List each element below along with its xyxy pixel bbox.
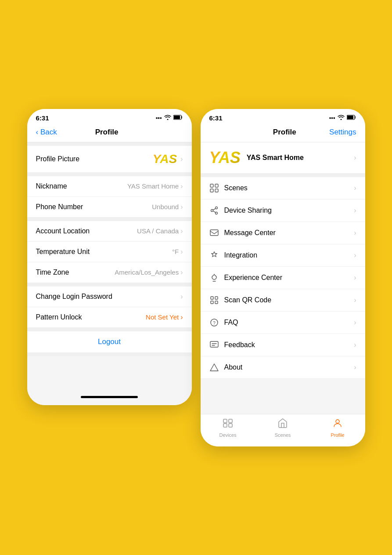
device-sharing-left: Device Sharing — [209, 206, 272, 215]
message-center-row[interactable]: Message Center › — [201, 222, 365, 244]
profile-picture-row[interactable]: Profile Picture YAS › — [27, 146, 192, 173]
message-center-icon — [209, 228, 219, 238]
scenes-row-left: Scenes — [209, 183, 248, 193]
nickname-row[interactable]: Nickname YAS Smart Home › — [27, 176, 192, 197]
svg-rect-22 — [229, 424, 232, 427]
feedback-icon — [209, 340, 219, 350]
section-divider-3 — [27, 283, 192, 287]
temp-unit-label: Temperature Unit — [36, 248, 90, 256]
pattern-unlock-row[interactable]: Pattern Unlock Not Set Yet › — [27, 307, 192, 328]
timezone-row[interactable]: Time Zone America/Los_Angeles › — [27, 262, 192, 283]
pattern-unlock-label: Pattern Unlock — [36, 313, 82, 321]
chevron-icon: › — [180, 155, 183, 163]
password-chevron: › — [180, 293, 183, 301]
timezone-label: Time Zone — [36, 268, 69, 276]
device-sharing-chevron: › — [354, 207, 356, 214]
feedback-chevron: › — [354, 341, 356, 349]
settings-button[interactable]: Settings — [329, 128, 356, 137]
feedback-row[interactable]: Feedback › — [201, 334, 365, 356]
device-sharing-row[interactable]: Device Sharing › — [201, 200, 365, 222]
profile-picture-value: YAS › — [153, 152, 183, 166]
left-status-icons: ▪▪▪ — [156, 115, 183, 121]
svg-rect-6 — [210, 189, 213, 192]
scenes-chevron: › — [354, 184, 356, 192]
integration-left: Integration — [209, 250, 258, 260]
right-status-icons: ▪▪▪ — [329, 115, 356, 121]
message-chevron: › — [354, 229, 356, 237]
tab-scenes[interactable]: Scenes — [255, 418, 310, 438]
scan-qr-left: Scan QR Code — [209, 295, 272, 305]
faq-row[interactable]: ? FAQ › — [201, 312, 365, 334]
temp-unit-row[interactable]: Temperature Unit °F › — [27, 242, 192, 262]
profile-tab-label: Profile — [331, 432, 344, 438]
device-sharing-label: Device Sharing — [224, 207, 272, 214]
profile-tab-icon — [332, 418, 343, 431]
message-center-label: Message Center — [224, 229, 276, 237]
experience-label: Experience Center — [224, 274, 283, 282]
timezone-value: America/Los_Angeles › — [115, 268, 183, 276]
faq-label: FAQ — [224, 319, 238, 326]
right-signal-icon: ▪▪▪ — [329, 115, 335, 121]
account-location-row[interactable]: Account Location USA / Canada › — [27, 221, 192, 242]
device-sharing-icon — [209, 206, 219, 215]
temp-chevron: › — [180, 248, 183, 256]
about-label: About — [224, 363, 243, 371]
profile-header-row[interactable]: YAS YAS Smart Home › — [201, 142, 365, 174]
section-divider-4 — [27, 328, 192, 331]
integration-row[interactable]: Integration › — [201, 244, 365, 267]
tab-profile[interactable]: Profile — [310, 418, 365, 438]
experience-center-row[interactable]: Experience Center › — [201, 267, 365, 289]
integration-label: Integration — [224, 251, 258, 259]
change-password-row[interactable]: Change Login Password › — [27, 287, 192, 307]
svg-rect-14 — [211, 301, 213, 304]
top-divider — [27, 142, 192, 146]
scenes-menu-row[interactable]: Scenes › — [201, 177, 365, 200]
left-status-bar: 6:31 ▪▪▪ — [27, 109, 192, 124]
profile-chevron: › — [354, 154, 356, 162]
right-nav-bar: Profile Settings — [201, 124, 365, 142]
back-button[interactable]: ‹ Back — [36, 128, 57, 137]
svg-rect-13 — [215, 297, 218, 299]
left-time: 6:31 — [36, 114, 49, 122]
left-nav-title: Profile — [95, 128, 119, 137]
scan-qr-icon — [209, 295, 219, 305]
logout-row[interactable]: Logout — [27, 331, 192, 353]
pattern-chevron: › — [180, 313, 183, 321]
nickname-chevron: › — [180, 182, 183, 190]
scan-qr-row[interactable]: Scan QR Code › — [201, 289, 365, 312]
about-chevron: › — [354, 363, 356, 371]
feedback-left: Feedback — [209, 340, 255, 350]
svg-rect-7 — [215, 189, 218, 192]
svg-point-9 — [211, 209, 213, 211]
about-row[interactable]: About › — [201, 356, 365, 379]
section-divider-1 — [27, 173, 192, 176]
pattern-unlock-value: Not Set Yet › — [146, 313, 183, 321]
scenes-tab-label: Scenes — [275, 432, 291, 438]
left-phone-screen: 6:31 ▪▪▪ — [27, 109, 192, 405]
right-wifi-icon — [338, 115, 345, 121]
battery-icon — [173, 115, 183, 121]
faq-left: ? FAQ — [209, 318, 238, 327]
devices-tab-label: Devices — [219, 432, 236, 438]
scan-qr-chevron: › — [354, 296, 356, 304]
temp-unit-value: °F › — [172, 248, 183, 256]
experience-icon — [209, 273, 219, 283]
section-divider-5 — [27, 353, 192, 356]
scan-qr-label: Scan QR Code — [224, 296, 272, 304]
svg-rect-15 — [215, 301, 218, 304]
svg-text:?: ? — [213, 321, 216, 326]
about-icon — [209, 363, 219, 372]
tab-devices[interactable]: Devices — [201, 418, 255, 438]
logout-button[interactable]: Logout — [98, 337, 121, 346]
left-home-indicator — [27, 392, 192, 405]
scenes-icon — [209, 183, 219, 193]
wifi-icon — [164, 115, 171, 121]
phone-row[interactable]: Phone Number Unbound › — [27, 197, 192, 218]
scenes-label: Scenes — [224, 184, 248, 192]
profile-picture-label: Profile Picture — [36, 155, 80, 163]
bottom-gray-area — [27, 356, 192, 392]
experience-left: Experience Center — [209, 273, 283, 283]
signal-icon: ▪▪▪ — [156, 115, 162, 121]
profile-name: YAS Smart Home — [247, 154, 348, 162]
svg-rect-12 — [211, 297, 213, 299]
